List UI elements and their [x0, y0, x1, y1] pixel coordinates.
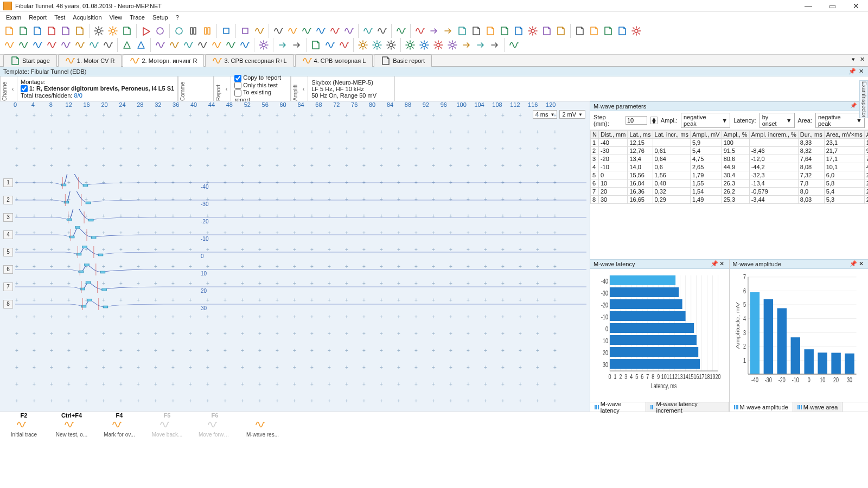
toolbar-btn-tb1-27[interactable] [427, 24, 441, 37]
toolbar-btn-tb1-0[interactable] [3, 24, 16, 37]
toolbar-btn-tb1-23[interactable] [361, 24, 374, 37]
footer-shortcut-1[interactable]: Ctrl+F4 New test, o... [55, 412, 88, 438]
side-vertical-tab[interactable]: ExamInspector [859, 80, 868, 118]
trace-plot[interactable]: 0481216202428323640444852566064687276808… [0, 101, 590, 412]
toolbar-btn-tb1-32[interactable] [498, 24, 511, 37]
toolbar-btn-tb1-14[interactable] [220, 24, 233, 37]
menu-view[interactable]: View [106, 13, 126, 22]
toolbar-btn-tb1-3[interactable] [45, 24, 58, 37]
template-pin-icon[interactable]: 📌 [848, 68, 856, 75]
toolbar-btn-tb1-9[interactable] [139, 24, 152, 37]
mwave-parameters-pin-icon[interactable]: 📌 [850, 102, 857, 110]
step-down-button[interactable]: ▼ [651, 120, 657, 124]
doc-tab-4[interactable]: 4. СРВ моторная L [295, 54, 373, 67]
only-this-test-option[interactable]: Only this test [234, 82, 287, 89]
col-header[interactable]: Ampl., mV [690, 131, 722, 139]
trace-number[interactable]: 3 [3, 213, 13, 222]
toolbar-btn-tb2-23[interactable] [356, 38, 369, 52]
latency-select[interactable]: by onset▼ [760, 113, 795, 128]
template-close-icon[interactable]: ✕ [857, 68, 865, 75]
table-row[interactable]: 83016,650,291,4925,3-3,448,035,323,0-2,0… [591, 196, 869, 204]
toolbar-btn-tb2-31[interactable] [474, 38, 487, 52]
toolbar-btn-tb1-38[interactable] [588, 24, 601, 37]
trace-row-8[interactable]: 8 30 [0, 296, 590, 313]
toolbar-btn-tb2-26[interactable] [404, 38, 417, 52]
chart-tab[interactable]: M-wave latency increment [646, 402, 729, 412]
menu-test[interactable]: Test [50, 13, 69, 22]
col-header[interactable]: Dur., ms [798, 131, 824, 139]
toolbar-btn-tb2-10[interactable] [154, 38, 167, 52]
toolbar-btn-tb2-29[interactable] [446, 38, 459, 52]
step-input[interactable] [626, 116, 647, 125]
amplitude-panel-pin-icon[interactable]: 📌 [850, 260, 857, 268]
toolbar-btn-tb1-31[interactable] [484, 24, 497, 37]
footer-shortcut-0[interactable]: F2 Initial trace [8, 412, 40, 438]
toolbar-btn-tb2-8[interactable] [120, 38, 133, 52]
footer-shortcut-2[interactable]: F4 Mark for ov... [103, 412, 136, 438]
toolbar-btn-tb1-39[interactable] [602, 24, 615, 37]
toolbar-btn-tb1-36[interactable] [554, 24, 567, 37]
maximize-button[interactable]: ▭ [820, 0, 844, 12]
trace-number[interactable]: 4 [3, 230, 13, 239]
toolbar-btn-tb2-4[interactable] [59, 38, 72, 52]
toolbar-btn-tb2-17[interactable] [257, 38, 270, 52]
toolbar-btn-tb1-15[interactable] [239, 24, 252, 37]
tabs-close-button[interactable]: ✕ [858, 56, 866, 63]
toolbar-btn-tb2-5[interactable] [73, 38, 86, 52]
latency-panel-close-icon[interactable]: ✕ [718, 260, 726, 268]
toolbar-btn-tb1-16[interactable] [253, 24, 266, 37]
toolbar-btn-tb2-15[interactable] [224, 38, 237, 52]
mwave-table[interactable]: NDist., mmLat., msLat. incr., msAmpl., m… [590, 130, 868, 204]
menu-[interactable]: ? [172, 13, 183, 22]
toolbar-btn-tb2-3[interactable] [45, 38, 58, 52]
table-row[interactable]: 3-2013,40,644,7580,6-12,07,6417,174,0-20… [591, 155, 869, 163]
trace-number[interactable]: 1 [3, 178, 13, 187]
doc-tab-0[interactable]: Start page [3, 54, 57, 67]
menu-trace[interactable]: Trace [126, 13, 149, 22]
to-existing-report-checkbox[interactable] [234, 89, 241, 97]
table-row[interactable]: 4-1014,00,62,6544,9-44,28,0810,143,7-41,… [591, 163, 869, 171]
footer-shortcut-5[interactable]: M-wave res... [246, 419, 279, 438]
toolbar-btn-tb2-33[interactable] [507, 38, 520, 52]
toolbar-btn-tb2-21[interactable] [323, 38, 336, 52]
table-row[interactable]: 5015,561,561,7930,4-32,37,326,026,0-40,6… [591, 171, 869, 179]
toolbar-btn-tb1-20[interactable] [314, 24, 327, 37]
tabs-menu-button[interactable]: ▾ [850, 56, 857, 63]
toolbar-btn-tb1-1[interactable] [17, 24, 30, 37]
report-prev-button[interactable]: ‹ [222, 76, 231, 101]
toolbar-btn-tb1-5[interactable] [73, 24, 86, 37]
chart-tab[interactable]: M-wave amplitude [730, 402, 793, 412]
toolbar-btn-tb1-24[interactable] [375, 24, 388, 37]
col-header[interactable]: Area, mV×ms [824, 131, 864, 139]
toolbar-btn-tb2-1[interactable] [17, 38, 30, 52]
col-header[interactable]: Ampl., % [722, 131, 749, 139]
trace-row-2[interactable]: 2 -30 [0, 191, 590, 209]
toolbar-btn-tb2-24[interactable] [371, 38, 384, 52]
toolbar-btn-tb2-22[interactable] [337, 38, 350, 52]
toolbar-btn-tb2-20[interactable] [309, 38, 322, 52]
table-row[interactable]: 72016,360,321,5426,2-0,5798,05,423,4-7,0… [591, 188, 869, 196]
toolbar-btn-tb1-28[interactable] [442, 24, 455, 37]
toolbar-btn-tb2-12[interactable] [182, 38, 195, 52]
menu-acquisition[interactable]: Acquisition [69, 13, 105, 22]
toolbar-btn-tb1-21[interactable] [328, 24, 341, 37]
minimize-button[interactable]: — [796, 0, 820, 12]
col-header[interactable]: Dist., mm [598, 131, 627, 139]
toolbar-btn-tb1-11[interactable] [173, 24, 186, 37]
trace-row-4[interactable]: 4 -10 [0, 226, 590, 243]
trace-number[interactable]: 7 [3, 282, 13, 291]
toolbar-btn-tb1-8[interactable] [120, 24, 133, 37]
toolbar-btn-tb1-4[interactable] [59, 24, 72, 37]
toolbar-btn-tb2-11[interactable] [168, 38, 181, 52]
toolbar-btn-tb2-2[interactable] [31, 38, 44, 52]
toolbar-btn-tb2-6[interactable] [87, 38, 100, 52]
toolbar-btn-tb1-30[interactable] [470, 24, 483, 37]
toolbar-btn-tb1-6[interactable] [92, 24, 105, 37]
toolbar-btn-tb2-28[interactable] [432, 38, 445, 52]
toolbar-btn-tb1-35[interactable] [540, 24, 553, 37]
area-select[interactable]: negative peak▼ [815, 113, 865, 128]
only-this-test-checkbox[interactable] [234, 82, 241, 89]
chart-tab[interactable]: M-wave latency [590, 402, 646, 412]
toolbar-btn-tb1-19[interactable] [300, 24, 313, 37]
menu-setup[interactable]: Setup [149, 13, 172, 22]
